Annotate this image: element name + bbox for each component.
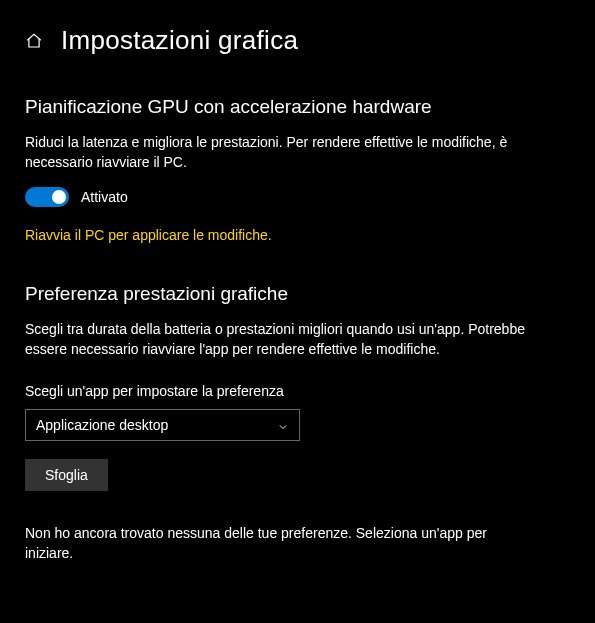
app-type-select[interactable]: Applicazione desktop xyxy=(25,409,300,441)
gpu-scheduling-description: Riduci la latenza e migliora le prestazi… xyxy=(25,132,525,173)
graphics-preference-section: Preferenza prestazioni grafiche Scegli t… xyxy=(25,283,570,360)
empty-state-text: Non ho ancora trovato nessuna delle tue … xyxy=(25,523,525,564)
header: Impostazioni grafica xyxy=(25,25,570,56)
gpu-scheduling-toggle-label: Attivato xyxy=(81,189,128,205)
app-select-label: Scegli un'app per impostare la preferenz… xyxy=(25,383,570,399)
gpu-scheduling-toggle-row: Attivato xyxy=(25,187,570,207)
toggle-knob xyxy=(52,190,66,204)
restart-warning: Riavvia il PC per applicare le modifiche… xyxy=(25,227,570,243)
app-type-select-value: Applicazione desktop xyxy=(36,417,168,433)
home-icon[interactable] xyxy=(25,32,43,50)
gpu-scheduling-heading: Pianificazione GPU con accelerazione har… xyxy=(25,96,570,118)
chevron-down-icon xyxy=(277,419,289,431)
graphics-preference-heading: Preferenza prestazioni grafiche xyxy=(25,283,570,305)
page-title: Impostazioni grafica xyxy=(61,25,298,56)
browse-button[interactable]: Sfoglia xyxy=(25,459,108,491)
graphics-preference-description: Scegli tra durata della batteria o prest… xyxy=(25,319,525,360)
gpu-scheduling-toggle[interactable] xyxy=(25,187,69,207)
